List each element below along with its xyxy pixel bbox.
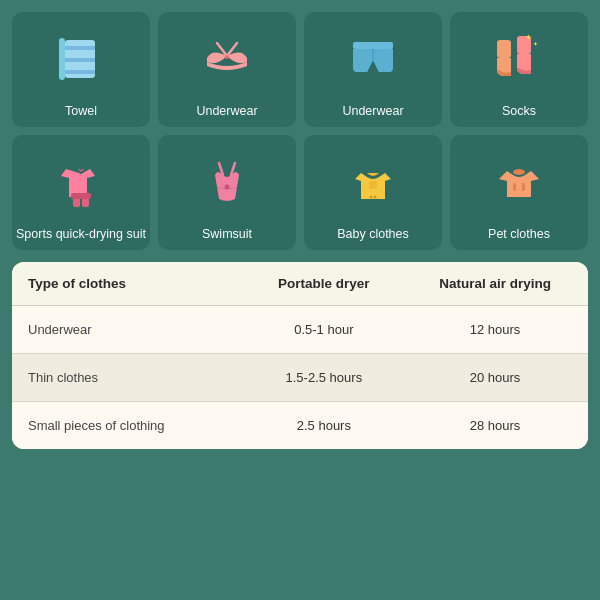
baby-icon [308,143,438,220]
col-header-type: Type of clothes [12,262,246,306]
pet-label: Pet clothes [488,226,550,242]
bra-icon [162,20,292,97]
table-cell-2-2: 28 hours [402,402,588,450]
svg-point-20 [370,196,373,199]
item-card-towel: Towel [12,12,150,127]
underwear1-label: Underwear [196,103,257,119]
col-header-air: Natural air drying [402,262,588,306]
svg-rect-3 [65,58,95,62]
item-card-sports: Sports quick-drying suit [12,135,150,250]
towel-label: Towel [65,103,97,119]
table-cell-0-1: 0.5-1 hour [246,306,402,354]
svg-point-33 [516,186,522,192]
swimsuit-label: Swimsuit [202,226,252,242]
item-card-socks: ✦ ✦ Socks [450,12,588,127]
item-card-underwear2: Underwear [304,12,442,127]
underwear2-label: Underwear [342,103,403,119]
table-row: Underwear0.5-1 hour12 hours [12,306,588,354]
table-row: Thin clothes1.5-2.5 hours20 hours [12,354,588,402]
table-cell-0-0: Underwear [12,306,246,354]
svg-rect-2 [65,46,95,50]
svg-rect-10 [497,40,511,58]
table-cell-1-2: 20 hours [402,354,588,402]
item-card-underwear1: Underwear [158,12,296,127]
sports-label: Sports quick-drying suit [16,226,146,242]
table-cell-2-0: Small pieces of clothing [12,402,246,450]
socks-label: Socks [502,103,536,119]
swimsuit-icon [162,143,292,220]
table-cell-2-1: 2.5 hours [246,402,402,450]
drying-time-table: Type of clothes Portable dryer Natural a… [12,262,588,449]
table-row: Small pieces of clothing2.5 hours28 hour… [12,402,588,450]
boxers-icon [308,20,438,97]
svg-point-7 [225,55,229,59]
svg-text:✦: ✦ [533,41,538,47]
svg-rect-8 [353,42,393,49]
table-cell-1-0: Thin clothes [12,354,246,402]
svg-rect-4 [65,70,95,74]
svg-rect-0 [59,38,65,80]
item-card-baby: Baby clothes [304,135,442,250]
item-card-swimsuit: Swimsuit [158,135,296,250]
item-card-pet: Pet clothes [450,135,588,250]
svg-rect-16 [71,193,91,199]
clothing-grid: Towel Underwear [12,12,588,250]
table-header-row: Type of clothes Portable dryer Natural a… [12,262,588,306]
col-header-dryer: Portable dryer [246,262,402,306]
svg-point-19 [225,185,230,190]
svg-point-21 [374,196,377,199]
svg-point-23 [513,169,525,175]
svg-text:✦: ✦ [525,33,532,42]
towel-icon [16,20,146,97]
sports-icon [16,143,146,220]
table-cell-0-2: 12 hours [402,306,588,354]
socks-icon: ✦ ✦ [454,20,584,97]
pet-icon [454,143,584,220]
table-cell-1-1: 1.5-2.5 hours [246,354,402,402]
baby-label: Baby clothes [337,226,409,242]
svg-rect-22 [369,181,377,189]
